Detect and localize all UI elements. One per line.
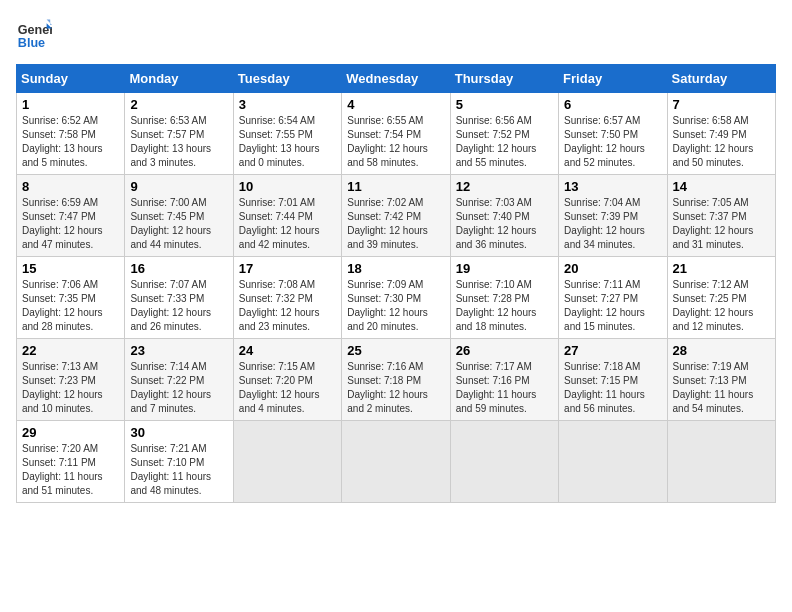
calendar-cell: 14Sunrise: 7:05 AMSunset: 7:37 PMDayligh… xyxy=(667,175,775,257)
day-number: 21 xyxy=(673,261,770,276)
calendar-cell: 9Sunrise: 7:00 AMSunset: 7:45 PMDaylight… xyxy=(125,175,233,257)
day-number: 28 xyxy=(673,343,770,358)
cell-info: Sunrise: 7:19 AMSunset: 7:13 PMDaylight:… xyxy=(673,361,754,414)
cell-info: Sunrise: 6:56 AMSunset: 7:52 PMDaylight:… xyxy=(456,115,537,168)
day-number: 10 xyxy=(239,179,336,194)
day-number: 8 xyxy=(22,179,119,194)
week-row-2: 8Sunrise: 6:59 AMSunset: 7:47 PMDaylight… xyxy=(17,175,776,257)
calendar-table: SundayMondayTuesdayWednesdayThursdayFrid… xyxy=(16,64,776,503)
day-number: 3 xyxy=(239,97,336,112)
logo-icon: General Blue xyxy=(16,16,52,52)
day-number: 22 xyxy=(22,343,119,358)
header-row: SundayMondayTuesdayWednesdayThursdayFrid… xyxy=(17,65,776,93)
calendar-cell: 27Sunrise: 7:18 AMSunset: 7:15 PMDayligh… xyxy=(559,339,667,421)
day-number: 16 xyxy=(130,261,227,276)
cell-info: Sunrise: 7:14 AMSunset: 7:22 PMDaylight:… xyxy=(130,361,211,414)
cell-info: Sunrise: 7:20 AMSunset: 7:11 PMDaylight:… xyxy=(22,443,103,496)
calendar-cell: 29Sunrise: 7:20 AMSunset: 7:11 PMDayligh… xyxy=(17,421,125,503)
cell-info: Sunrise: 7:18 AMSunset: 7:15 PMDaylight:… xyxy=(564,361,645,414)
calendar-cell: 26Sunrise: 7:17 AMSunset: 7:16 PMDayligh… xyxy=(450,339,558,421)
calendar-cell: 22Sunrise: 7:13 AMSunset: 7:23 PMDayligh… xyxy=(17,339,125,421)
cell-info: Sunrise: 6:58 AMSunset: 7:49 PMDaylight:… xyxy=(673,115,754,168)
calendar-cell: 25Sunrise: 7:16 AMSunset: 7:18 PMDayligh… xyxy=(342,339,450,421)
cell-info: Sunrise: 7:11 AMSunset: 7:27 PMDaylight:… xyxy=(564,279,645,332)
calendar-cell: 17Sunrise: 7:08 AMSunset: 7:32 PMDayligh… xyxy=(233,257,341,339)
calendar-cell: 2Sunrise: 6:53 AMSunset: 7:57 PMDaylight… xyxy=(125,93,233,175)
calendar-cell: 10Sunrise: 7:01 AMSunset: 7:44 PMDayligh… xyxy=(233,175,341,257)
day-number: 23 xyxy=(130,343,227,358)
calendar-cell xyxy=(450,421,558,503)
day-number: 18 xyxy=(347,261,444,276)
calendar-cell xyxy=(667,421,775,503)
cell-info: Sunrise: 7:08 AMSunset: 7:32 PMDaylight:… xyxy=(239,279,320,332)
calendar-cell: 24Sunrise: 7:15 AMSunset: 7:20 PMDayligh… xyxy=(233,339,341,421)
calendar-cell: 16Sunrise: 7:07 AMSunset: 7:33 PMDayligh… xyxy=(125,257,233,339)
calendar-cell: 7Sunrise: 6:58 AMSunset: 7:49 PMDaylight… xyxy=(667,93,775,175)
calendar-cell: 1Sunrise: 6:52 AMSunset: 7:58 PMDaylight… xyxy=(17,93,125,175)
svg-text:Blue: Blue xyxy=(18,36,45,50)
day-number: 15 xyxy=(22,261,119,276)
day-number: 26 xyxy=(456,343,553,358)
calendar-cell: 6Sunrise: 6:57 AMSunset: 7:50 PMDaylight… xyxy=(559,93,667,175)
day-number: 12 xyxy=(456,179,553,194)
cell-info: Sunrise: 6:55 AMSunset: 7:54 PMDaylight:… xyxy=(347,115,428,168)
day-number: 30 xyxy=(130,425,227,440)
cell-info: Sunrise: 6:54 AMSunset: 7:55 PMDaylight:… xyxy=(239,115,320,168)
header-tuesday: Tuesday xyxy=(233,65,341,93)
cell-info: Sunrise: 7:04 AMSunset: 7:39 PMDaylight:… xyxy=(564,197,645,250)
week-row-5: 29Sunrise: 7:20 AMSunset: 7:11 PMDayligh… xyxy=(17,421,776,503)
calendar-cell: 8Sunrise: 6:59 AMSunset: 7:47 PMDaylight… xyxy=(17,175,125,257)
day-number: 1 xyxy=(22,97,119,112)
day-number: 14 xyxy=(673,179,770,194)
calendar-cell xyxy=(233,421,341,503)
cell-info: Sunrise: 6:52 AMSunset: 7:58 PMDaylight:… xyxy=(22,115,103,168)
day-number: 27 xyxy=(564,343,661,358)
day-number: 17 xyxy=(239,261,336,276)
calendar-cell: 3Sunrise: 6:54 AMSunset: 7:55 PMDaylight… xyxy=(233,93,341,175)
cell-info: Sunrise: 7:21 AMSunset: 7:10 PMDaylight:… xyxy=(130,443,211,496)
header-thursday: Thursday xyxy=(450,65,558,93)
cell-info: Sunrise: 7:10 AMSunset: 7:28 PMDaylight:… xyxy=(456,279,537,332)
day-number: 7 xyxy=(673,97,770,112)
cell-info: Sunrise: 7:16 AMSunset: 7:18 PMDaylight:… xyxy=(347,361,428,414)
page-header: General Blue xyxy=(16,16,776,52)
day-number: 4 xyxy=(347,97,444,112)
calendar-cell: 4Sunrise: 6:55 AMSunset: 7:54 PMDaylight… xyxy=(342,93,450,175)
cell-info: Sunrise: 7:05 AMSunset: 7:37 PMDaylight:… xyxy=(673,197,754,250)
cell-info: Sunrise: 6:59 AMSunset: 7:47 PMDaylight:… xyxy=(22,197,103,250)
cell-info: Sunrise: 6:57 AMSunset: 7:50 PMDaylight:… xyxy=(564,115,645,168)
week-row-4: 22Sunrise: 7:13 AMSunset: 7:23 PMDayligh… xyxy=(17,339,776,421)
cell-info: Sunrise: 7:06 AMSunset: 7:35 PMDaylight:… xyxy=(22,279,103,332)
day-number: 11 xyxy=(347,179,444,194)
day-number: 2 xyxy=(130,97,227,112)
header-monday: Monday xyxy=(125,65,233,93)
logo: General Blue xyxy=(16,16,52,52)
calendar-cell: 15Sunrise: 7:06 AMSunset: 7:35 PMDayligh… xyxy=(17,257,125,339)
day-number: 29 xyxy=(22,425,119,440)
cell-info: Sunrise: 7:15 AMSunset: 7:20 PMDaylight:… xyxy=(239,361,320,414)
header-friday: Friday xyxy=(559,65,667,93)
day-number: 25 xyxy=(347,343,444,358)
cell-info: Sunrise: 7:00 AMSunset: 7:45 PMDaylight:… xyxy=(130,197,211,250)
header-sunday: Sunday xyxy=(17,65,125,93)
calendar-cell: 20Sunrise: 7:11 AMSunset: 7:27 PMDayligh… xyxy=(559,257,667,339)
calendar-cell: 28Sunrise: 7:19 AMSunset: 7:13 PMDayligh… xyxy=(667,339,775,421)
day-number: 6 xyxy=(564,97,661,112)
cell-info: Sunrise: 7:12 AMSunset: 7:25 PMDaylight:… xyxy=(673,279,754,332)
calendar-cell: 11Sunrise: 7:02 AMSunset: 7:42 PMDayligh… xyxy=(342,175,450,257)
day-number: 19 xyxy=(456,261,553,276)
cell-info: Sunrise: 7:07 AMSunset: 7:33 PMDaylight:… xyxy=(130,279,211,332)
day-number: 5 xyxy=(456,97,553,112)
header-saturday: Saturday xyxy=(667,65,775,93)
day-number: 9 xyxy=(130,179,227,194)
cell-info: Sunrise: 7:03 AMSunset: 7:40 PMDaylight:… xyxy=(456,197,537,250)
week-row-1: 1Sunrise: 6:52 AMSunset: 7:58 PMDaylight… xyxy=(17,93,776,175)
header-wednesday: Wednesday xyxy=(342,65,450,93)
calendar-cell: 19Sunrise: 7:10 AMSunset: 7:28 PMDayligh… xyxy=(450,257,558,339)
calendar-cell: 5Sunrise: 6:56 AMSunset: 7:52 PMDaylight… xyxy=(450,93,558,175)
day-number: 13 xyxy=(564,179,661,194)
cell-info: Sunrise: 7:17 AMSunset: 7:16 PMDaylight:… xyxy=(456,361,537,414)
cell-info: Sunrise: 6:53 AMSunset: 7:57 PMDaylight:… xyxy=(130,115,211,168)
calendar-cell xyxy=(342,421,450,503)
cell-info: Sunrise: 7:01 AMSunset: 7:44 PMDaylight:… xyxy=(239,197,320,250)
